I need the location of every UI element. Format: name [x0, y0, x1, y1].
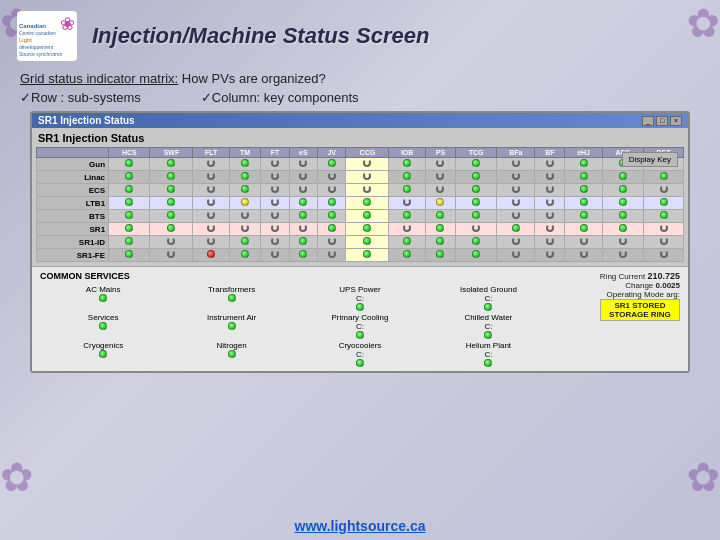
cell-4-8	[389, 210, 426, 223]
spinner-icon	[363, 159, 371, 167]
spinner-icon	[167, 237, 175, 245]
row-label-sr1: SR1	[37, 223, 109, 236]
cell-0-11	[497, 158, 535, 171]
led-green-icon	[472, 198, 480, 206]
cs-item-label: Cryocoolers	[339, 341, 382, 350]
display-key-button[interactable]: Display Key	[622, 152, 678, 167]
led-green-icon	[299, 211, 307, 219]
spinner-icon	[512, 250, 520, 258]
col-desc: ✓Column: key components	[201, 90, 359, 105]
window-titlebar: SR1 Injection Status _ □ ×	[32, 113, 688, 128]
led-green-icon	[363, 237, 371, 245]
cell-7-9	[425, 249, 455, 262]
cell-6-2	[193, 236, 229, 249]
led-yellow-icon	[241, 198, 249, 206]
cell-1-5	[289, 171, 317, 184]
ring-current-label: Ring Current	[600, 272, 645, 281]
led-green-icon	[660, 172, 668, 180]
spinner-icon	[436, 185, 444, 193]
cell-4-6	[318, 210, 346, 223]
cell-1-6	[318, 171, 346, 184]
cell-3-0	[109, 197, 150, 210]
spinner-icon	[512, 159, 520, 167]
cs-led-green-icon	[356, 303, 364, 311]
spinner-icon	[299, 172, 307, 180]
cell-6-11	[497, 236, 535, 249]
window-controls: _ □ ×	[642, 116, 682, 126]
cell-7-7	[346, 249, 389, 262]
led-green-icon	[125, 250, 133, 258]
logo-text: Canadian Centre canadien Light développe…	[19, 23, 75, 59]
cell-1-8	[389, 171, 426, 184]
cell-7-14	[602, 249, 643, 262]
cell-7-2	[193, 249, 229, 262]
led-green-icon	[167, 159, 175, 167]
cell-4-10	[455, 210, 496, 223]
cell-5-11	[497, 223, 535, 236]
cs-item-label: Transformers	[208, 285, 255, 294]
cell-6-6	[318, 236, 346, 249]
cs-item: CryocoolersC:	[297, 341, 423, 367]
cell-3-10	[455, 197, 496, 210]
cell-7-6	[318, 249, 346, 262]
table-row: BTS	[37, 210, 684, 223]
table-row: SR1-ID	[37, 236, 684, 249]
led-green-icon	[436, 224, 444, 232]
cs-led-green-icon	[228, 322, 236, 330]
window-title: SR1 Injection Status	[38, 115, 135, 126]
led-green-icon	[241, 250, 249, 258]
spinner-icon	[512, 237, 520, 245]
spinner-icon	[619, 250, 627, 258]
led-green-icon	[125, 211, 133, 219]
cs-item-sub: C:	[484, 350, 492, 359]
cs-item-sub: C:	[484, 322, 492, 331]
minimize-button[interactable]: _	[642, 116, 654, 126]
cs-led-green-icon	[484, 331, 492, 339]
cell-2-4	[261, 184, 289, 197]
led-green-icon	[580, 172, 588, 180]
led-green-icon	[472, 172, 480, 180]
col-header-bfa: BFa	[497, 148, 535, 158]
cs-led-green-icon	[484, 303, 492, 311]
led-green-icon	[363, 250, 371, 258]
cell-4-12	[535, 210, 565, 223]
cell-1-11	[497, 171, 535, 184]
cell-4-15	[644, 210, 684, 223]
col-header-ehj: eHJ	[565, 148, 602, 158]
cell-1-9	[425, 171, 455, 184]
spinner-icon	[619, 237, 627, 245]
maximize-button[interactable]: □	[656, 116, 668, 126]
cs-item-sub: C:	[356, 322, 364, 331]
cell-0-12	[535, 158, 565, 171]
footer-link[interactable]: www.lightsource.ca	[295, 518, 426, 534]
close-button[interactable]: ×	[670, 116, 682, 126]
led-green-icon	[436, 237, 444, 245]
led-green-icon	[125, 159, 133, 167]
table-row: Gun	[37, 158, 684, 171]
cell-2-13	[565, 184, 602, 197]
col-header-ps: PS	[425, 148, 455, 158]
spinner-icon	[403, 224, 411, 232]
cell-2-11	[497, 184, 535, 197]
led-green-icon	[403, 172, 411, 180]
cell-3-4	[261, 197, 289, 210]
cell-5-8	[389, 223, 426, 236]
cell-5-7	[346, 223, 389, 236]
cell-1-3	[229, 171, 261, 184]
spinner-icon	[580, 250, 588, 258]
led-green-icon	[436, 211, 444, 219]
led-green-icon	[472, 159, 480, 167]
deco-flower-bl: ✿	[0, 454, 34, 500]
spinner-icon	[271, 159, 279, 167]
cell-6-0	[109, 236, 150, 249]
cell-7-0	[109, 249, 150, 262]
cell-0-2	[193, 158, 229, 171]
row-label-sr1-fe: SR1-FE	[37, 249, 109, 262]
cs-item-label: AC Mains	[86, 285, 121, 294]
led-green-icon	[167, 211, 175, 219]
cell-2-0	[109, 184, 150, 197]
led-green-icon	[241, 237, 249, 245]
spinner-icon	[546, 185, 554, 193]
cell-2-7	[346, 184, 389, 197]
led-green-icon	[328, 198, 336, 206]
